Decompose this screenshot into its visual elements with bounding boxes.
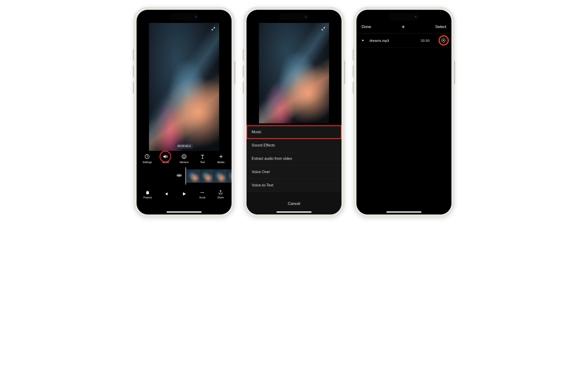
share-icon [218,190,223,195]
phone-frame-3: Done Select dreams.mp3 33:30 [354,7,454,217]
toolbar-stickers[interactable]: Stickers [177,153,191,163]
share-button[interactable]: Share [214,190,227,199]
music-list-body [356,48,451,215]
dynamic-island [389,13,419,21]
home-indicator[interactable] [386,211,421,213]
screen-2: Music Sound Effects Extract audio from v… [247,10,341,215]
select-button[interactable]: Select [435,25,446,29]
menu-item-extract-audio[interactable]: Extract audio from video [247,152,341,165]
skip-back-icon [163,191,169,197]
home-indicator[interactable] [276,211,312,213]
stack-icon [145,190,150,195]
menu-item-voice-over[interactable]: Voice Over [247,165,341,179]
bottom-bar: Projects Scrub [137,187,232,205]
svg-point-11 [203,192,204,193]
plus-icon [218,153,224,160]
expand-button[interactable] [320,25,327,32]
add-track-button[interactable] [441,38,446,43]
screen-3: Done Select dreams.mp3 33:30 [356,10,451,215]
phone-frame-1: 00:00:00.0 Settings Audio [134,7,234,217]
bottom-label: Projects [143,196,152,199]
speaker-icon [162,153,169,160]
svg-point-1 [182,154,186,159]
toolbar-label: Media [218,161,224,163]
toolbar-label: Text [200,161,205,163]
toolbar-audio[interactable]: Audio [159,153,173,163]
dynamic-island [169,13,199,21]
scrub-button[interactable]: Scrub [195,190,209,199]
track-row[interactable]: dreams.mp3 33:30 [356,33,451,48]
menu-item-sound-effects[interactable]: Sound Effects [247,139,341,152]
preview-image [149,23,219,151]
home-indicator[interactable] [167,211,202,213]
editor-toolbar: Settings Audio Stickers [137,151,232,165]
svg-point-3 [184,156,185,156]
menu-item-music[interactable]: Music [247,126,341,139]
svg-rect-6 [147,192,149,194]
play-button[interactable] [177,191,191,198]
timeline-thumb[interactable] [186,169,199,183]
bottom-label: Scrub [199,196,205,199]
toolbar-media[interactable]: Media [214,153,228,163]
toolbar-label: Audio [162,161,169,163]
text-icon [199,153,206,160]
bottom-label: Share [218,196,224,199]
timeline-thumbs[interactable] [186,169,232,183]
svg-rect-7 [147,191,148,192]
playhead[interactable] [185,167,186,185]
toolbar-text[interactable]: Text [195,153,210,163]
toolbar-label: Stickers [179,161,188,163]
screen-1: 00:00:00.0 Settings Audio [137,10,232,215]
music-header: Done Select [356,19,451,33]
svg-point-4 [177,175,179,176]
clock-icon [144,153,150,160]
toolbar-label: Settings [143,161,152,163]
play-track-button[interactable] [362,39,365,42]
svg-rect-8 [147,191,148,191]
audio-menu: Music Sound Effects Extract audio from v… [247,125,341,215]
timecode-label: 00:00:00.0 [175,143,193,149]
phone-frame-2: Music Sound Effects Extract audio from v… [244,7,344,217]
play-icon [181,191,187,197]
add-music-button[interactable] [401,24,406,30]
projects-button[interactable]: Projects [141,190,155,199]
scrub-icon [199,190,205,195]
toolbar-settings[interactable]: Settings [140,153,154,163]
expand-button[interactable] [210,25,217,32]
svg-point-9 [201,192,202,193]
track-filename: dreams.mp3 [369,38,416,42]
timeline-thumb[interactable] [199,169,213,183]
track-duration: 33:30 [421,38,429,42]
timeline-thumb[interactable] [226,169,232,183]
prev-button[interactable] [159,191,173,198]
smiley-icon [181,153,187,160]
svg-point-10 [202,192,203,193]
timeline[interactable] [137,165,232,187]
dynamic-island [279,13,309,21]
done-button[interactable]: Done [362,25,371,29]
menu-item-voice-to-text[interactable]: Voice-to-Text [247,179,341,192]
video-preview[interactable] [259,23,329,123]
timeline-thumb[interactable] [213,169,226,183]
preview-image [259,23,329,123]
video-preview[interactable]: 00:00:00.0 [149,23,219,151]
svg-point-5 [180,175,181,176]
svg-point-2 [183,156,184,156]
split-icon[interactable] [176,173,182,179]
